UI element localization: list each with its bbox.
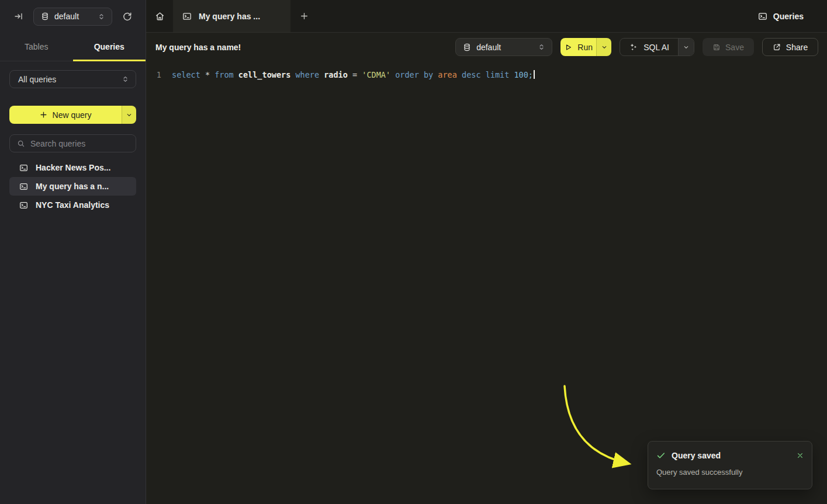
share-label: Share [786, 43, 808, 52]
new-query-dropdown-button[interactable] [122, 106, 136, 124]
code-token: where [295, 70, 319, 79]
query-controls: default Run SQL AI [455, 38, 818, 56]
tab-tables[interactable]: Tables [0, 33, 73, 61]
query-list: Hacker News Pos... My query has a n... N… [9, 158, 136, 214]
sql-ai-split-button: SQL AI [620, 38, 694, 56]
terminal-icon [758, 12, 767, 21]
new-query-split-button: New query [9, 106, 136, 124]
toast-header: Query saved [656, 451, 804, 460]
code-token [390, 70, 395, 79]
sidebar: Tables Queries All queries New query Hac… [0, 33, 146, 504]
toast-close-button[interactable] [797, 452, 804, 459]
run-database-selector[interactable]: default [455, 38, 552, 56]
play-icon [564, 43, 572, 51]
tab-label: My query has ... [199, 12, 260, 21]
query-header: My query has a name! default Run S [146, 33, 827, 61]
search-icon [17, 140, 25, 148]
code-token: cell_towers [238, 70, 290, 79]
tab-queries[interactable]: Queries [73, 33, 146, 61]
chevron-down-icon [601, 44, 608, 51]
code-token [481, 70, 486, 79]
search-queries-input[interactable] [30, 139, 129, 148]
refresh-icon [122, 12, 132, 22]
terminal-icon [19, 201, 28, 210]
code-token [200, 70, 205, 79]
chevron-updown-icon [98, 13, 105, 20]
code-token: * [205, 70, 210, 79]
code-token: 100 [514, 70, 528, 79]
check-icon [656, 451, 666, 460]
chevron-updown-icon [122, 75, 129, 83]
save-button[interactable]: Save [703, 38, 754, 56]
close-icon [797, 452, 804, 459]
code-token [457, 70, 462, 79]
code-token [210, 70, 214, 79]
home-icon [155, 11, 165, 21]
new-query-label: New query [53, 110, 92, 120]
query-title: My query has a name! [155, 43, 241, 52]
code-token: = [352, 70, 357, 79]
code-token [319, 70, 324, 79]
run-split-button: Run [560, 38, 611, 56]
main-panel: My query has a name! default Run S [146, 33, 827, 504]
query-list-item-selected[interactable]: My query has a n... [9, 177, 136, 196]
sparkles-icon [629, 43, 638, 51]
chevron-updown-icon [538, 43, 545, 51]
collapse-sidebar-button[interactable] [14, 12, 23, 21]
code-token: limit [486, 70, 510, 79]
plus-icon [40, 111, 47, 119]
sql-ai-dropdown-button[interactable] [678, 39, 694, 55]
code-token: order [395, 70, 419, 79]
query-list-item-label: Hacker News Pos... [36, 163, 110, 172]
terminal-icon [19, 182, 28, 191]
sql-ai-button[interactable]: SQL AI [620, 39, 678, 55]
new-tab-button[interactable] [290, 0, 318, 32]
refresh-button[interactable] [122, 12, 132, 22]
query-list-item-label: My query has a n... [36, 182, 109, 191]
terminal-icon [19, 164, 28, 172]
database-icon [41, 12, 49, 20]
code-token: desc [462, 70, 481, 79]
queries-indicator[interactable]: Queries [758, 0, 827, 32]
sql-ai-label: SQL AI [643, 43, 669, 52]
save-icon [712, 43, 721, 51]
collapse-sidebar-icon [14, 12, 23, 21]
run-dropdown-button[interactable] [596, 38, 611, 56]
topbar-database-value: default [54, 12, 79, 21]
code-token: area [438, 70, 457, 79]
code-line[interactable]: select * from cell_towers where radio = … [172, 69, 535, 81]
topbar-database-selector[interactable]: default [33, 8, 112, 26]
code-token [348, 70, 352, 79]
save-label: Save [725, 43, 744, 52]
toast-query-saved: Query saved Query saved successfully [648, 441, 812, 489]
code-token [419, 70, 424, 79]
run-button[interactable]: Run [560, 38, 596, 56]
code-token: select [172, 70, 200, 79]
toast-message: Query saved successfully [656, 468, 804, 477]
line-number: 1 [146, 69, 161, 81]
code-token: radio [324, 70, 348, 79]
query-list-item[interactable]: NYC Taxi Analytics [9, 196, 136, 214]
plus-icon [300, 12, 309, 20]
code-token: by [424, 70, 433, 79]
query-filter-select[interactable]: All queries [9, 70, 136, 88]
topbar-left: default [0, 0, 146, 33]
tab-strip: My query has ... Queries [146, 0, 827, 33]
chevron-down-icon [126, 112, 133, 119]
query-list-item[interactable]: Hacker News Pos... [9, 158, 136, 177]
new-query-button[interactable]: New query [9, 106, 122, 124]
topbar: default My query has ... Queries [0, 0, 827, 33]
text-cursor [534, 70, 535, 79]
queries-indicator-label: Queries [773, 12, 804, 21]
code-token: 'CDMA' [362, 70, 390, 79]
home-button[interactable] [146, 0, 173, 32]
share-button[interactable]: Share [762, 38, 818, 56]
run-database-value: default [476, 43, 501, 52]
code-token: from [214, 70, 234, 79]
tab-my-query[interactable]: My query has ... [173, 0, 290, 32]
chevron-down-icon [683, 44, 690, 51]
toast-title: Query saved [672, 451, 721, 460]
sql-editor[interactable]: 1 select * from cell_towers where radio … [146, 61, 827, 81]
search-queries-box [9, 134, 136, 152]
query-filter-value: All queries [18, 75, 56, 84]
